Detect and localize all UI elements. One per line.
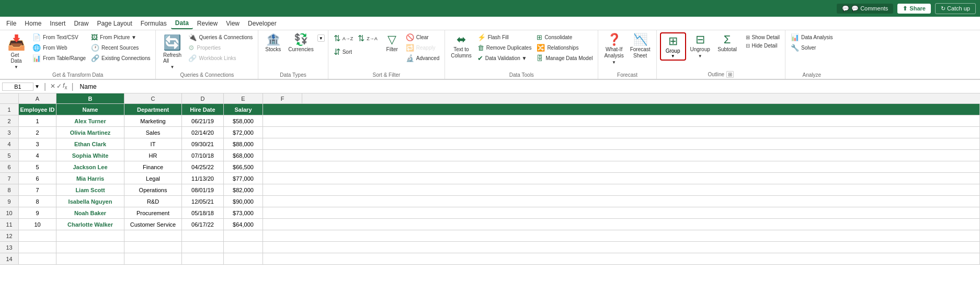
- cell-b13[interactable]: [56, 242, 124, 253]
- formula-fx-icon[interactable]: fx: [63, 82, 67, 90]
- formula-cancel-icon[interactable]: ✕: [50, 83, 55, 90]
- cell-c12[interactable]: [124, 230, 182, 242]
- row-num-14[interactable]: 14: [0, 253, 19, 265]
- data-validation-button[interactable]: ✔ Data Validation ▼: [475, 53, 534, 63]
- cell-b5[interactable]: Sophia White: [56, 150, 124, 161]
- cell-c4[interactable]: IT: [124, 138, 182, 150]
- cell-d4[interactable]: 09/30/21: [182, 138, 224, 150]
- cell-a1[interactable]: Employee ID: [19, 104, 56, 115]
- data-types-dropdown[interactable]: ▼: [317, 34, 325, 42]
- cell-d11[interactable]: 06/17/22: [182, 219, 224, 230]
- formula-confirm-icon[interactable]: ✓: [56, 83, 62, 90]
- cell-b3[interactable]: Olivia Martinez: [56, 127, 124, 138]
- solver-button[interactable]: 🔧 Solver: [789, 43, 835, 53]
- cell-d8[interactable]: 08/01/19: [182, 184, 224, 196]
- row-num-2[interactable]: 2: [0, 115, 19, 127]
- relationships-button[interactable]: 🔀 Relationships: [534, 43, 595, 53]
- cell-d3[interactable]: 02/14/20: [182, 127, 224, 138]
- existing-connections-button[interactable]: 🔗 Existing Connections: [89, 53, 152, 63]
- cell-f3[interactable]: [263, 127, 980, 138]
- cell-c14[interactable]: [124, 253, 182, 265]
- cell-e6[interactable]: $66,500: [224, 161, 263, 173]
- from-table-button[interactable]: 📊 From Table/Range: [30, 53, 88, 63]
- catchup-button[interactable]: ↻ Catch up: [935, 3, 976, 14]
- refresh-all-button[interactable]: 🔄 RefreshAll ▼: [159, 32, 185, 71]
- col-header-d[interactable]: D: [182, 93, 224, 104]
- row-num-8[interactable]: 8: [0, 184, 19, 196]
- cell-e4[interactable]: $88,000: [224, 138, 263, 150]
- cell-b6[interactable]: Jackson Lee: [56, 161, 124, 173]
- from-web-button[interactable]: 🌐 From Web: [30, 43, 88, 53]
- outline-expand-icon[interactable]: ⊞: [726, 71, 734, 78]
- cell-a11[interactable]: 10: [19, 219, 56, 230]
- consolidate-button[interactable]: ⊞ Consolidate: [534, 32, 595, 42]
- cell-d7[interactable]: 11/13/20: [182, 173, 224, 184]
- menu-formulas[interactable]: Formulas: [136, 18, 171, 29]
- cell-f10[interactable]: [263, 207, 980, 219]
- cell-c8[interactable]: Operations: [124, 184, 182, 196]
- cell-f8[interactable]: [263, 184, 980, 196]
- subtotal-button[interactable]: Σ Subtotal: [714, 32, 740, 54]
- cell-a12[interactable]: [19, 230, 56, 242]
- cell-e13[interactable]: [224, 242, 263, 253]
- cell-a6[interactable]: 5: [19, 161, 56, 173]
- cell-c13[interactable]: [124, 242, 182, 253]
- cell-b11[interactable]: Charlotte Walker: [56, 219, 124, 230]
- hide-detail-button[interactable]: ⊟ Hide Detail: [744, 42, 782, 50]
- cell-f6[interactable]: [263, 161, 980, 173]
- col-header-c[interactable]: C: [124, 93, 182, 104]
- cell-e2[interactable]: $58,000: [224, 115, 263, 127]
- menu-draw[interactable]: Draw: [70, 18, 93, 29]
- workbook-links-button[interactable]: 🔗 Workbook Links: [186, 53, 255, 63]
- cell-e9[interactable]: $90,000: [224, 196, 263, 207]
- cell-c10[interactable]: Procurement: [124, 207, 182, 219]
- cell-b1[interactable]: Name: [56, 104, 124, 115]
- properties-button[interactable]: ⚙ Properties: [186, 43, 255, 53]
- share-button[interactable]: ⬆ Share: [897, 4, 931, 14]
- cell-f5[interactable]: [263, 150, 980, 161]
- menu-review[interactable]: Review: [193, 18, 222, 29]
- recent-sources-button[interactable]: 🕐 Recent Sources: [89, 43, 152, 53]
- sort-az-button[interactable]: ⇅ A→Z: [332, 32, 356, 44]
- cell-c5[interactable]: HR: [124, 150, 182, 161]
- cell-b12[interactable]: [56, 230, 124, 242]
- queries-connections-button[interactable]: 🔌 Queries & Connections: [186, 32, 255, 42]
- group-button[interactable]: ⊞ Group ▼: [660, 32, 686, 61]
- comments-button[interactable]: 💬 💬 Comments: [837, 4, 893, 14]
- menu-insert[interactable]: Insert: [45, 18, 70, 29]
- col-header-e[interactable]: E: [224, 93, 263, 104]
- ungroup-button[interactable]: ⊟ Ungroup ▼: [687, 32, 713, 60]
- row-num-4[interactable]: 4: [0, 138, 19, 150]
- text-to-columns-button[interactable]: ⬌ Text toColumns: [448, 32, 474, 61]
- row-num-13[interactable]: 13: [0, 242, 19, 253]
- cell-c6[interactable]: Finance: [124, 161, 182, 173]
- flash-fill-button[interactable]: ⚡ Flash Fill: [475, 32, 534, 42]
- cell-f12[interactable]: [263, 230, 980, 242]
- sort-za-button[interactable]: ⇅ Z→A: [356, 32, 380, 44]
- forecast-sheet-button[interactable]: 📉 ForecastSheet: [628, 32, 653, 61]
- cell-reference-input[interactable]: [2, 83, 33, 91]
- cell-b2[interactable]: Alex Turner: [56, 115, 124, 127]
- cell-a10[interactable]: 9: [19, 207, 56, 219]
- cell-d1[interactable]: Hire Date: [182, 104, 224, 115]
- cell-c1[interactable]: Department: [124, 104, 182, 115]
- cell-c9[interactable]: R&D: [124, 196, 182, 207]
- col-header-b[interactable]: B: [56, 93, 124, 104]
- cell-d2[interactable]: 06/21/19: [182, 115, 224, 127]
- col-header-f[interactable]: F: [263, 93, 302, 104]
- row-num-7[interactable]: 7: [0, 173, 19, 184]
- cell-a7[interactable]: 6: [19, 173, 56, 184]
- reapply-button[interactable]: 🔁 Reapply: [404, 43, 441, 53]
- cell-e12[interactable]: [224, 230, 263, 242]
- cell-c11[interactable]: Customer Service: [124, 219, 182, 230]
- cell-d6[interactable]: 04/25/22: [182, 161, 224, 173]
- row-num-10[interactable]: 10: [0, 207, 19, 219]
- row-num-12[interactable]: 12: [0, 230, 19, 242]
- cell-f11[interactable]: [263, 219, 980, 230]
- show-detail-button[interactable]: ⊞ Show Detail: [744, 33, 782, 41]
- cell-b14[interactable]: [56, 253, 124, 265]
- cell-f14[interactable]: [263, 253, 980, 265]
- cell-a5[interactable]: 4: [19, 150, 56, 161]
- filter-button[interactable]: ▽ Filter: [382, 32, 403, 54]
- cell-a4[interactable]: 3: [19, 138, 56, 150]
